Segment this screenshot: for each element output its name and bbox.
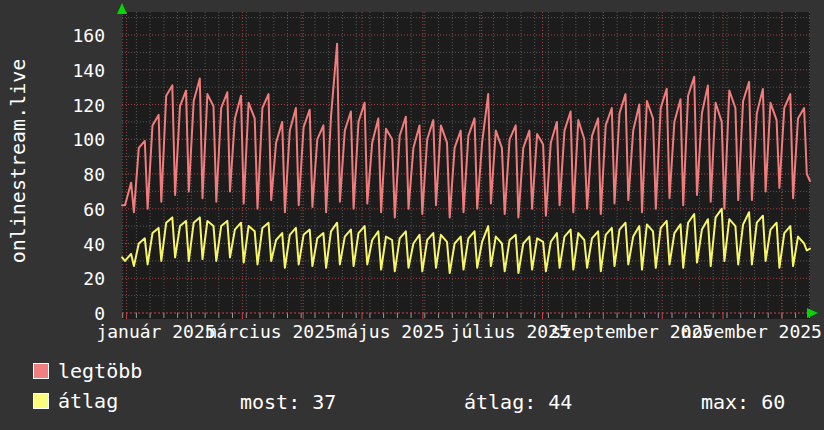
- y-axis-arrow-icon: [117, 3, 127, 14]
- y-axis-tick-label: 60: [83, 199, 105, 220]
- y-axis-tick-label: 100: [72, 129, 105, 150]
- legend-label-atlag: átlag: [58, 389, 118, 413]
- legend-label-legtobb: legtöbb: [58, 359, 142, 383]
- x-axis-tick-label: március 2025: [206, 321, 336, 342]
- y-axis-tick-label: 140: [72, 60, 105, 81]
- y-axis-tick-label: 120: [72, 95, 105, 116]
- stat-max: max: 60: [701, 392, 785, 412]
- x-axis-arrow-icon: [807, 308, 818, 318]
- stat-atlag: átlag: 44: [464, 392, 572, 412]
- y-axis-tick-label: 20: [83, 268, 105, 289]
- x-axis-tick-label: május 2025: [336, 321, 444, 342]
- y-axis-tick-label: 40: [83, 234, 105, 255]
- y-axis-tick-label: 160: [72, 25, 105, 46]
- legend-row-atlag: átlag: [33, 391, 118, 411]
- time-series-chart: 020406080100120140160január 2025március …: [0, 0, 824, 352]
- legend-swatch-legtobb: [33, 363, 49, 379]
- rrd-graph-window: onlinestream.live 020406080100120140160j…: [0, 0, 824, 430]
- stat-most: most: 37: [240, 392, 336, 412]
- legend-row-legtobb: legtöbb: [33, 361, 142, 381]
- y-axis-tick-label: 80: [83, 164, 105, 185]
- x-axis-tick-label: november 2025: [681, 321, 822, 342]
- legend-swatch-atlag: [33, 393, 49, 409]
- x-axis-tick-label: január 2025: [96, 321, 215, 342]
